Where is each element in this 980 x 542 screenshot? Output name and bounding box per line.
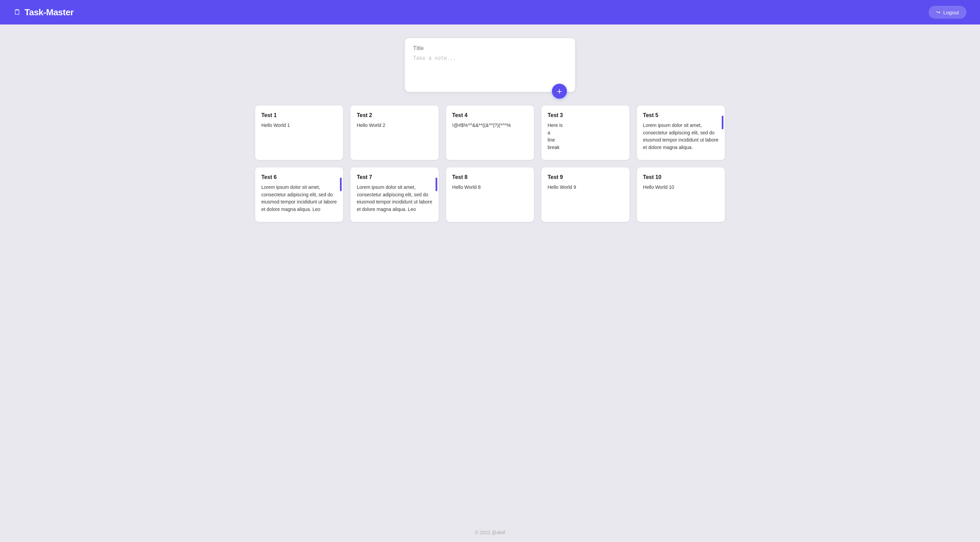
card-body: Hello World 8 (452, 184, 528, 191)
card-body: Lorem ipsum dolor sit amet, consectetur … (356, 184, 432, 213)
cards-row-1: Test 1Hello World 1Test 2Hello World 2Te… (252, 105, 728, 160)
task-card[interactable]: Test 8Hello World 8 (446, 167, 534, 222)
cards-row-2: Test 6Lorem ipsum dolor sit amet, consec… (252, 167, 728, 222)
main-content: + Test 1Hello World 1Test 2Hello World 2… (0, 24, 980, 523)
card-title: Test 8 (452, 174, 528, 180)
card-title: Test 3 (547, 112, 623, 118)
logout-label: Logout (943, 10, 959, 15)
footer-text: © 2022 @akiif (475, 530, 505, 535)
footer: © 2022 @akiif (0, 523, 980, 542)
add-note-button[interactable]: + (552, 84, 567, 99)
task-card[interactable]: Test 10Hello World 10 (637, 167, 725, 222)
card-title: Test 9 (547, 174, 623, 180)
card-scrollbar (340, 178, 342, 191)
card-title: Test 2 (356, 112, 432, 118)
task-card[interactable]: Test 6Lorem ipsum dolor sit amet, consec… (255, 167, 343, 222)
card-body: Lorem ipsum dolor sit amet, consectetur … (643, 122, 719, 151)
task-card[interactable]: Test 3Here is a line break (541, 105, 629, 160)
logout-button[interactable]: ↪ Logout (929, 6, 966, 19)
task-card[interactable]: Test 4!@#$%^^&&**((&^^|?)(*^^% (446, 105, 534, 160)
card-body: Hello World 1 (261, 122, 337, 129)
task-card[interactable]: Test 1Hello World 1 (255, 105, 343, 160)
card-scrollbar (436, 178, 437, 191)
card-title: Test 4 (452, 112, 528, 118)
task-card[interactable]: Test 9Hello World 9 (541, 167, 629, 222)
task-card[interactable]: Test 7Lorem ipsum dolor sit amet, consec… (350, 167, 438, 222)
task-card[interactable]: Test 5Lorem ipsum dolor sit amet, consec… (637, 105, 725, 160)
card-title: Test 10 (643, 174, 719, 180)
task-card[interactable]: Test 2Hello World 2 (350, 105, 438, 160)
app-header: 🗒 Task-Master ↪ Logout (0, 0, 980, 24)
logout-icon: ↪ (936, 9, 940, 15)
card-body: Lorem ipsum dolor sit amet, consectetur … (261, 184, 337, 213)
card-body: !@#$%^^&&**((&^^|?)(*^^% (452, 122, 528, 129)
card-title: Test 1 (261, 112, 337, 118)
card-scrollbar (722, 116, 724, 129)
card-body: Hello World 10 (643, 184, 719, 191)
note-body-input[interactable] (413, 55, 567, 82)
card-title: Test 6 (261, 174, 337, 180)
logo-area: 🗒 Task-Master (14, 7, 73, 18)
card-body: Hello World 9 (547, 184, 623, 191)
card-body: Here is a line break (547, 122, 623, 151)
card-title: Test 5 (643, 112, 719, 118)
app-title: Task-Master (24, 7, 73, 18)
card-body: Hello World 2 (356, 122, 432, 129)
card-title: Test 7 (356, 174, 432, 180)
note-title-input[interactable] (413, 45, 567, 52)
clipboard-icon: 🗒 (14, 8, 21, 17)
note-input-container: + (405, 38, 575, 92)
